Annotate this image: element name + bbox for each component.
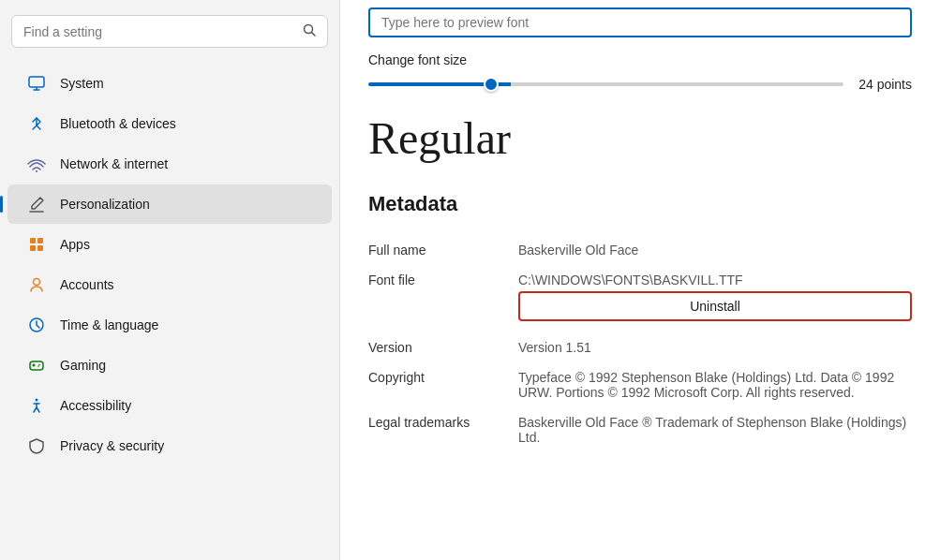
svg-rect-8	[37, 238, 43, 243]
version-label: Version	[368, 340, 500, 355]
legal-label: Legal trademarks	[368, 415, 500, 445]
copyright-label: Copyright	[368, 370, 500, 400]
sidebar-item-bluetooth[interactable]: Bluetooth & devices	[7, 104, 332, 143]
version-value: Version 1.51	[518, 340, 912, 355]
sidebar-item-apps[interactable]: Apps	[7, 225, 332, 264]
font-size-section: Change font size 24 points	[368, 52, 912, 94]
svg-point-11	[34, 279, 40, 286]
sidebar: System Bluetooth & devices Network & int…	[0, 0, 340, 560]
sidebar-item-network-label: Network & internet	[60, 156, 168, 171]
nav-list: System Bluetooth & devices Network & int…	[0, 59, 339, 560]
gaming-icon	[26, 355, 47, 376]
fontfile-value: C:\WINDOWS\FONTS\BASKVILL.TTF	[518, 273, 912, 287]
metadata-row-fullname: Full name Baskerville Old Face	[368, 235, 912, 265]
svg-rect-10	[37, 245, 43, 251]
sidebar-item-accessibility[interactable]: Accessibility	[7, 386, 332, 425]
sidebar-item-system[interactable]: System	[7, 64, 332, 103]
fullname-value: Baskerville Old Face	[518, 243, 912, 258]
personalization-icon	[26, 194, 47, 214]
search-icon	[303, 23, 316, 39]
privacy-icon	[26, 435, 47, 456]
sidebar-item-network[interactable]: Network & internet	[7, 144, 332, 184]
metadata-row-version: Version Version 1.51	[368, 332, 912, 362]
slider-value: 24 points	[858, 77, 912, 92]
svg-rect-13	[30, 361, 43, 370]
svg-line-1	[312, 33, 316, 37]
sidebar-item-bluetooth-label: Bluetooth & devices	[60, 116, 176, 131]
font-preview-input[interactable]	[368, 7, 912, 37]
legal-value: Baskerville Old Face ® Trademark of Step…	[518, 415, 912, 445]
metadata-title: Metadata	[368, 192, 912, 216]
metadata-row-copyright: Copyright Typeface © 1992 Stephenson Bla…	[368, 362, 912, 407]
metadata-row-legal: Legal trademarks Baskerville Old Face ® …	[368, 407, 912, 452]
svg-point-16	[38, 364, 40, 366]
font-size-slider[interactable]	[368, 82, 843, 86]
svg-point-18	[36, 399, 38, 402]
fullname-label: Full name	[368, 243, 500, 258]
sidebar-item-time-label: Time & language	[60, 317, 158, 332]
font-style-preview: Regular	[368, 112, 912, 164]
sidebar-item-apps-label: Apps	[60, 237, 90, 252]
system-icon	[26, 73, 47, 94]
svg-point-17	[37, 365, 39, 367]
svg-rect-2	[29, 77, 44, 87]
time-icon	[26, 315, 47, 335]
svg-rect-7	[30, 238, 36, 243]
slider-container[interactable]	[368, 75, 843, 94]
sidebar-item-privacy[interactable]: Privacy & security	[7, 426, 332, 465]
svg-point-5	[36, 170, 37, 172]
sidebar-item-system-label: System	[60, 76, 104, 91]
accounts-icon	[26, 274, 47, 295]
metadata-section: Metadata Full name Baskerville Old Face …	[368, 192, 912, 452]
bluetooth-icon	[26, 113, 47, 134]
sidebar-item-personalization-label: Personalization	[60, 197, 150, 212]
sidebar-item-accessibility-label: Accessibility	[60, 398, 131, 413]
sidebar-item-accounts-label: Accounts	[60, 277, 114, 292]
network-icon	[26, 154, 47, 174]
slider-row: 24 points	[368, 75, 912, 94]
uninstall-button[interactable]: Uninstall	[518, 291, 912, 321]
sidebar-item-privacy-label: Privacy & security	[60, 438, 164, 453]
accessibility-icon	[26, 395, 47, 416]
copyright-value: Typeface © 1992 Stephenson Blake (Holdin…	[518, 370, 912, 400]
fontfile-label: Font file	[368, 273, 500, 325]
search-box[interactable]	[11, 15, 328, 48]
sidebar-item-gaming-label: Gaming	[60, 358, 106, 373]
sidebar-item-time[interactable]: Time & language	[7, 305, 332, 345]
main-content: Change font size 24 points Regular Metad…	[340, 0, 940, 560]
apps-icon	[26, 234, 47, 255]
search-input[interactable]	[23, 24, 295, 39]
fontfile-group: C:\WINDOWS\FONTS\BASKVILL.TTF Uninstall	[518, 273, 912, 325]
sidebar-item-accounts[interactable]: Accounts	[7, 265, 332, 304]
sidebar-item-personalization[interactable]: Personalization	[7, 184, 332, 224]
sidebar-item-gaming[interactable]: Gaming	[7, 346, 332, 385]
metadata-row-fontfile: Font file C:\WINDOWS\FONTS\BASKVILL.TTF …	[368, 265, 912, 332]
font-size-label: Change font size	[368, 52, 912, 67]
svg-rect-9	[30, 245, 36, 251]
